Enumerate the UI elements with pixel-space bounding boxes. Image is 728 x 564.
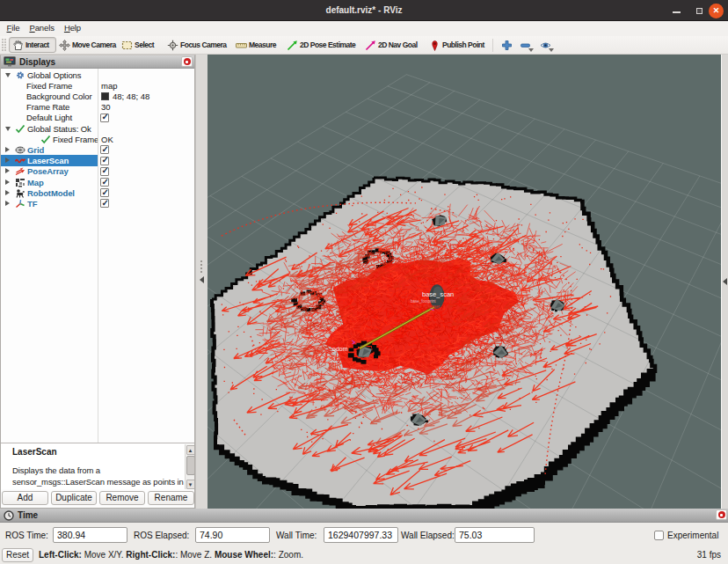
splitter-collapse-handle[interactable] xyxy=(200,276,204,289)
wall-elapsed-input[interactable]: 75.03 xyxy=(455,527,535,543)
tool-2d-nav-goal[interactable]: 2D Nav Goal xyxy=(361,37,421,53)
render-view[interactable]: base_scanodombase_footprintbase_link las… xyxy=(207,55,721,509)
tf-frame-label: base_link laser xyxy=(413,304,440,309)
hand-icon xyxy=(12,40,24,51)
experimental-checkbox[interactable] xyxy=(654,531,664,540)
tool-label: Move Camera xyxy=(72,40,116,49)
scrollbar-thumb[interactable] xyxy=(186,456,195,475)
focus-camera-icon xyxy=(167,40,178,51)
tool-label: 2D Pose Estimate xyxy=(300,40,355,49)
expander-closed-icon[interactable] xyxy=(5,147,10,152)
expander-closed-icon[interactable] xyxy=(5,157,10,163)
tree-row-value[interactable]: map xyxy=(101,80,117,92)
select-box-icon xyxy=(121,40,133,51)
row-checkbox[interactable]: ✓ xyxy=(100,114,109,122)
scroll-down-button[interactable]: ▼ xyxy=(186,480,195,489)
check-icon xyxy=(15,124,25,134)
map-display-icon xyxy=(15,178,25,187)
tree-row-label: TF xyxy=(27,198,37,209)
expander-open-icon[interactable] xyxy=(5,127,11,131)
window-title: default.rviz* - RViz xyxy=(0,0,728,20)
time-panel-header[interactable]: Time xyxy=(0,509,728,523)
row-checkbox[interactable]: ✓ xyxy=(100,178,109,187)
pose-estimate-icon xyxy=(287,40,298,51)
menu-help[interactable]: Help xyxy=(59,21,85,36)
tool-select[interactable]: Select xyxy=(118,37,157,53)
gear-icon xyxy=(15,70,25,80)
splitter-grip-dots xyxy=(200,260,202,275)
rename-button[interactable]: Rename xyxy=(148,491,194,505)
tool-plus-button[interactable] xyxy=(498,37,516,53)
displays-panel-header[interactable]: Displays xyxy=(1,55,194,69)
row-checkbox[interactable]: ✓ xyxy=(100,145,109,154)
fps-counter: 31 fps xyxy=(697,548,721,562)
time-panel-close-button[interactable] xyxy=(716,509,727,520)
tree-row-label: Global Options xyxy=(27,70,81,81)
posearray-icon xyxy=(15,166,25,176)
add-button[interactable]: Add xyxy=(2,491,48,505)
ros-elapsed-label: ROS Elapsed: xyxy=(134,528,189,543)
tool-move-camera[interactable]: Move Camera xyxy=(55,37,120,53)
clock-icon xyxy=(4,510,14,521)
ros-time-input[interactable]: 380.94 xyxy=(53,527,127,543)
right-splitter-handle[interactable] xyxy=(723,278,727,285)
expander-closed-icon[interactable] xyxy=(5,179,10,185)
tree-row-label: Fixed Frame xyxy=(26,80,72,92)
row-checkbox[interactable]: ✓ xyxy=(100,188,109,197)
row-checkbox[interactable]: ✓ xyxy=(100,157,109,165)
menu-file[interactable]: File xyxy=(2,21,25,36)
tree-row-value[interactable]: 30 xyxy=(101,101,111,113)
row-checkbox[interactable]: ✓ xyxy=(100,199,109,208)
dropdown-arrow-icon[interactable] xyxy=(528,48,534,52)
expander-closed-icon[interactable] xyxy=(5,168,10,173)
description-title: LaserScan xyxy=(12,447,57,457)
tf-frame-label: base_footprint xyxy=(411,299,436,304)
tool-label: Select xyxy=(135,40,154,49)
tool-publish-point[interactable]: Publish Point xyxy=(426,37,488,53)
menu-bar: FilePanelsHelp xyxy=(0,21,728,36)
status-segment: Left-Click: xyxy=(39,550,82,560)
title-bar: default.rviz* - RViz ✕ xyxy=(0,0,728,21)
expander-open-icon[interactable] xyxy=(5,73,11,77)
scroll-up-button[interactable]: ▲ xyxy=(186,445,195,455)
tree-row-label: PoseArray xyxy=(27,165,69,177)
duplicate-button[interactable]: Duplicate xyxy=(51,491,97,505)
tree-row-value[interactable]: OK xyxy=(101,134,113,145)
maximize-icon xyxy=(696,8,703,14)
wall-time-input[interactable]: 1629407997.33 xyxy=(324,527,398,543)
tree-row-value[interactable]: 48; 48; 48 xyxy=(113,91,149,102)
tree-row-label: Grid xyxy=(27,144,44,156)
tool-label: Interact xyxy=(25,40,49,49)
time-panel-title: Time xyxy=(18,510,38,520)
tree-row-label: Global Status: Ok xyxy=(27,123,91,135)
color-swatch[interactable] xyxy=(101,92,109,100)
base-scan-label: base_scan xyxy=(422,290,454,298)
remove-button[interactable]: Remove xyxy=(99,491,145,505)
tool-label: Measure xyxy=(249,40,276,49)
tool-2d-pose-estimate[interactable]: 2D Pose Estimate xyxy=(283,37,359,53)
ros-elapsed-input[interactable]: 74.90 xyxy=(195,527,270,543)
description-scrollbar[interactable]: ▲ ▼ xyxy=(185,444,194,489)
odom-label: odom xyxy=(332,346,348,352)
displays-panel-title: Displays xyxy=(19,57,55,67)
expander-closed-icon[interactable] xyxy=(5,201,10,206)
toolbar-handle[interactable] xyxy=(2,39,6,52)
menu-panels[interactable]: Panels xyxy=(25,21,59,36)
tool-focus-camera[interactable]: Focus Camera xyxy=(164,37,230,53)
close-button[interactable]: ✕ xyxy=(706,0,728,21)
tree-row-label: Map xyxy=(27,177,44,188)
tool-interact[interactable]: Interact xyxy=(9,37,56,53)
minimize-button[interactable] xyxy=(664,0,690,21)
tree-row-label: RobotModel xyxy=(27,187,75,199)
displays-panel-close-button[interactable] xyxy=(181,56,193,67)
status-segment: Move X/Y. xyxy=(82,550,126,560)
ros-time-label: ROS Time: xyxy=(5,528,48,543)
expander-closed-icon[interactable] xyxy=(5,190,10,195)
status-segment: : Zoom. xyxy=(273,550,303,560)
dropdown-arrow-icon[interactable] xyxy=(549,48,554,52)
grid-display-icon xyxy=(15,145,25,155)
tool-measure[interactable]: Measure xyxy=(232,37,280,53)
tool-label: 2D Nav Goal xyxy=(378,40,418,49)
reset-button[interactable]: Reset xyxy=(2,548,33,562)
row-checkbox[interactable]: ✓ xyxy=(100,167,109,176)
